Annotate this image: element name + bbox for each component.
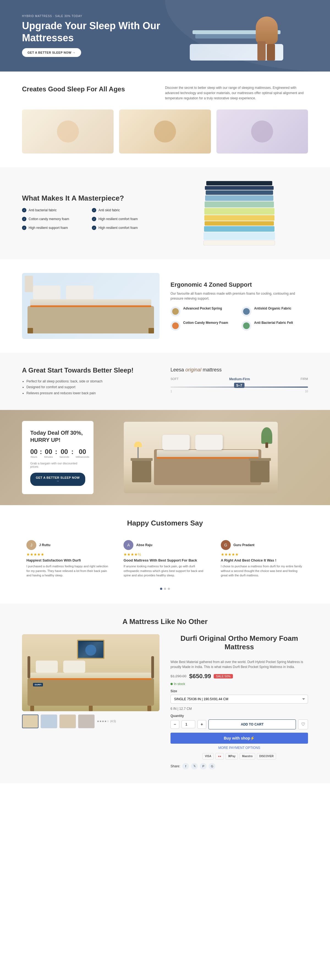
time-sep-3: : bbox=[71, 448, 73, 458]
good-sleep-header: Creates Good Sleep For All Ages Discover… bbox=[22, 85, 308, 101]
good-sleep-heading: Creates Good Sleep For All Ages bbox=[22, 85, 165, 93]
support-item-3: Cotton Candy Memory Foam bbox=[170, 321, 237, 331]
deal-box: Today Deal Off 30%, HURRY UP! 00 Hours :… bbox=[22, 421, 94, 494]
feature-label-2: Anti skid fabric bbox=[98, 208, 120, 212]
reviewer-2: A Abse Raju bbox=[124, 540, 206, 550]
dot-1[interactable] bbox=[160, 588, 162, 590]
deal-heading: Today Deal Off 30%, HURRY UP! bbox=[30, 429, 85, 444]
scale-min: 1 bbox=[170, 390, 172, 393]
mastercard-icon: ●● bbox=[215, 753, 224, 760]
bullet-2: Designed for comfort and support bbox=[26, 384, 160, 390]
thumb-2[interactable] bbox=[41, 714, 57, 728]
support-name-3: Cotton Candy Memory Foam bbox=[183, 321, 228, 325]
feature-dot-5: ✓ bbox=[22, 226, 26, 230]
leesa-brand: Leesa original mattress bbox=[170, 367, 308, 373]
product-description: Wide Best Material gathered from all ove… bbox=[170, 659, 308, 670]
visa-icon: VISA bbox=[202, 753, 214, 760]
product-layout: DURFI ★★★★☆ (4.5) Durfi Original Ort bbox=[22, 634, 308, 770]
support-name-4: Anti Bacterial Fabric Felt bbox=[254, 321, 293, 325]
payment-icons: VISA ●● ⌘Pay Maestro DISCOVER bbox=[170, 753, 308, 760]
firmness-section: Leesa original mattress SOFT Medium-Firm… bbox=[170, 367, 308, 396]
feature-item-1: ✓ Anti bacterial fabric bbox=[22, 208, 90, 212]
masterpiece-heading: What Makes It A Masterpiece? bbox=[22, 194, 160, 202]
reviews-grid: J J Ruttu ★★★★★ Happiest Satisfaction Wi… bbox=[22, 536, 308, 582]
stars-1: ★★★★★ bbox=[26, 552, 109, 557]
stars-2: ★★★★½ bbox=[124, 552, 206, 557]
today-deal-section: Today Deal Off 30%, HURRY UP! 00 Hours :… bbox=[0, 410, 330, 505]
wishlist-button[interactable]: ♡ bbox=[298, 719, 308, 729]
price-new: $650.99 bbox=[189, 673, 211, 680]
share-label: Share: bbox=[170, 764, 180, 768]
hours-unit: 00 Hours bbox=[30, 448, 38, 458]
support-item-4: Anti Bacterial Fabric Felt bbox=[241, 321, 308, 331]
feature-dot-1: ✓ bbox=[22, 208, 26, 212]
size-sub: 6 IN | 12.7 CM bbox=[170, 707, 308, 711]
review-card-2: A Abse Raju ★★★★½ Good Mattress With Bes… bbox=[119, 536, 211, 582]
sale-badge: SALE 50% bbox=[214, 674, 233, 678]
price-row: $1,290.00 $650.99 SALE 50% bbox=[170, 673, 308, 680]
avatar-1: J bbox=[26, 540, 36, 550]
features-grid: ✓ Anti bacterial fabric ✓ Anti skid fabr… bbox=[22, 208, 160, 232]
medium-label: Medium-Firm bbox=[229, 377, 250, 381]
review-card-1: J J Ruttu ★★★★★ Happiest Satisfaction Wi… bbox=[22, 536, 114, 582]
in-stock-status: In stock bbox=[170, 682, 308, 686]
thumb-4[interactable] bbox=[78, 714, 95, 728]
review-text-3: I chose to purchase a mattress from durf… bbox=[221, 564, 304, 578]
support-info-2: Antiskid Organic Fabric bbox=[254, 307, 291, 311]
bullet-3: Relieves pressure and reduces lower back… bbox=[26, 390, 160, 396]
ms-label: Milliseconds bbox=[76, 456, 89, 458]
scale-max: 10 bbox=[305, 390, 308, 393]
dot-2[interactable] bbox=[164, 588, 166, 590]
qty-decrease-button[interactable]: − bbox=[170, 720, 179, 729]
masterpiece-section: What Makes It A Masterpiece? ✓ Anti bact… bbox=[0, 167, 330, 259]
scale-thumb: 5–7 bbox=[234, 383, 244, 388]
more-payment-options[interactable]: MORE PAYMENT OPTIONS bbox=[170, 746, 308, 750]
twitter-share-icon[interactable]: 𝕏 bbox=[191, 763, 198, 770]
minutes-value: 00 bbox=[44, 448, 53, 456]
support-name-1: Advanced Pocket Spring bbox=[183, 307, 222, 310]
great-start-list: Perfect for all sleep positions: back, s… bbox=[22, 379, 160, 396]
feature-label-3: Cotton candy memory foam bbox=[29, 217, 69, 221]
product-section-heading: A Mattress Like No Other bbox=[22, 617, 308, 626]
feature-dot-6: ✓ bbox=[92, 226, 96, 230]
size-select[interactable]: SINGLE 75X36 IN | 190.5X91.44 CM bbox=[170, 695, 308, 703]
hero-text-block: HYBRID MATTRESS · SALE 30% TODAY Upgrade… bbox=[22, 14, 165, 57]
feature-label-1: Anti bacterial fabric bbox=[29, 208, 57, 212]
reviewer-name-2: Abse Raju bbox=[136, 543, 152, 547]
qty-input[interactable] bbox=[181, 720, 195, 728]
facebook-share-icon[interactable]: f bbox=[182, 763, 189, 770]
woman-sleep-image bbox=[119, 110, 211, 154]
ergonomic-description: Our favourite all foam mattress made wit… bbox=[170, 291, 308, 301]
feature-item-4: ✓ High resilient comfort foam bbox=[92, 217, 160, 221]
feature-label-6: High resilient comfort foam bbox=[98, 226, 138, 230]
dot-3[interactable] bbox=[168, 588, 170, 590]
applepay-icon: ⌘Pay bbox=[225, 753, 238, 760]
feature-item-5: ✓ High resilient support foam bbox=[22, 226, 90, 230]
buy-now-button[interactable]: Buy with shop⚡ bbox=[170, 733, 308, 744]
deal-bed-visual bbox=[94, 422, 308, 493]
ms-unit: 00 Milliseconds bbox=[76, 448, 89, 458]
google-share-icon[interactable]: G bbox=[209, 763, 215, 770]
hero-tag: HYBRID MATTRESS · SALE 30% TODAY bbox=[22, 14, 165, 18]
baby-sleep-image bbox=[22, 110, 114, 154]
hero-cta-button[interactable]: GET A BETTER SLEEP NOW → bbox=[22, 48, 81, 57]
maestro-icon: Maestro bbox=[240, 753, 255, 760]
feature-item-2: ✓ Anti skid fabric bbox=[92, 208, 160, 212]
product-details: Durfi Original Ortho Memory Foam Mattres… bbox=[170, 634, 308, 770]
feature-label-4: High resilient comfort foam bbox=[98, 217, 138, 221]
good-sleep-description: Discover the secret to better sleep with… bbox=[165, 85, 308, 101]
add-to-cart-button[interactable]: ADD TO CART bbox=[208, 719, 296, 729]
pinterest-share-icon[interactable]: P bbox=[200, 763, 206, 770]
support-name-2: Antiskid Organic Fabric bbox=[254, 307, 291, 310]
deal-cta-button[interactable]: GET A BETTER SLEEP NOW → bbox=[30, 473, 85, 486]
thumb-1[interactable] bbox=[22, 714, 38, 728]
ergonomic-bed-image bbox=[22, 273, 160, 339]
feature-dot-3: ✓ bbox=[22, 217, 26, 221]
review-pagination bbox=[22, 588, 308, 590]
great-start-text: A Great Start Towards Better Sleep! Perf… bbox=[22, 366, 160, 396]
in-stock-label: In stock bbox=[174, 682, 185, 686]
seconds-label: Seconds bbox=[59, 456, 69, 458]
qty-increase-button[interactable]: + bbox=[197, 720, 206, 729]
thumb-3[interactable] bbox=[59, 714, 76, 728]
scale-numbers: 1 10 bbox=[170, 390, 308, 393]
